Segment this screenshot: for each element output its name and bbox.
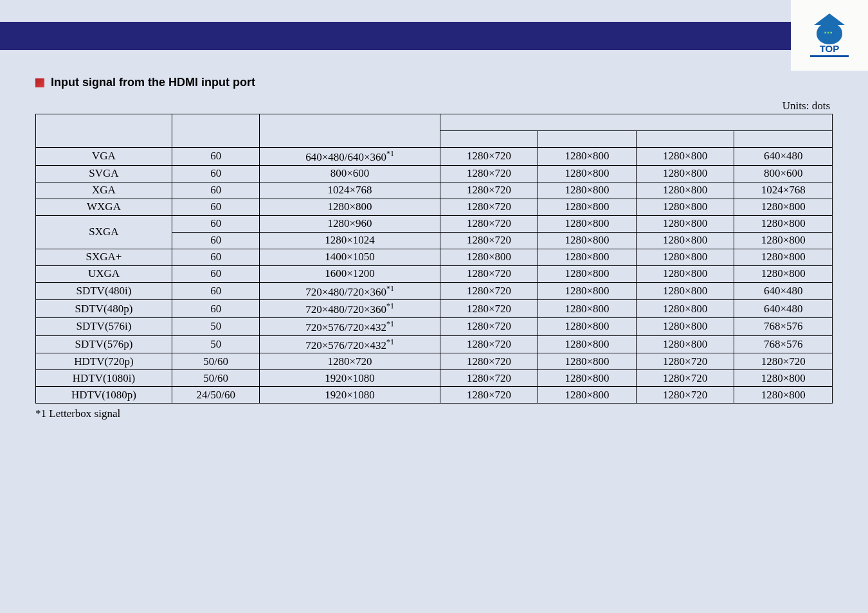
cell-resolution: 1600×1200 — [260, 265, 440, 282]
cell-signal: SXGA+ — [36, 249, 172, 265]
cell-resolution: 720×480/720×360*1 — [260, 300, 440, 318]
cell-resolution: 1280×960 — [260, 215, 440, 232]
cell-d2: 1280×800 — [538, 387, 637, 404]
cell-refresh: 60 — [172, 282, 260, 300]
table-row: SDTV(576i)50720×576/720×432*11280×720128… — [36, 317, 833, 335]
cell-d4: 1280×800 — [734, 370, 833, 387]
cell-d1: 1280×720 — [440, 335, 538, 353]
cell-refresh: 60 — [172, 199, 260, 215]
cell-d2: 1280×800 — [538, 165, 637, 182]
top-home-badge[interactable]: ▪▪▪ TOP — [791, 0, 868, 71]
cell-resolution: 720×576/720×432*1 — [260, 335, 440, 353]
cell-d1: 1280×720 — [440, 282, 538, 300]
cell-d2: 1280×800 — [538, 335, 637, 353]
col-refresh — [172, 114, 260, 148]
cell-d3: 1280×800 — [636, 335, 734, 353]
cell-refresh: 50/60 — [172, 353, 260, 370]
table-row: SVGA60800×6001280×7201280×8001280×800800… — [36, 165, 833, 182]
cell-refresh: 60 — [172, 300, 260, 318]
cell-refresh: 50 — [172, 335, 260, 353]
top-icon-label: TOP — [810, 43, 849, 57]
table-row: UXGA601600×12001280×7201280×8001280×8001… — [36, 265, 833, 282]
table-header-row-1 — [36, 114, 833, 131]
section-bullet-icon — [35, 78, 44, 87]
cell-signal: VGA — [36, 148, 172, 166]
cell-d2: 1280×800 — [538, 249, 637, 265]
cell-refresh: 60 — [172, 232, 260, 249]
units-label: Units: dots — [35, 100, 833, 112]
cell-d4: 1280×800 — [734, 249, 833, 265]
cell-signal: SVGA — [36, 165, 172, 182]
cell-d1: 1280×720 — [440, 387, 538, 404]
section-title-row: Input signal from the HDMI input port — [35, 76, 833, 89]
cell-d2: 1280×800 — [538, 370, 637, 387]
col-d4 — [734, 131, 833, 148]
table-row: SXGA601280×9601280×7201280×8001280×80012… — [36, 215, 833, 232]
col-signal — [36, 114, 172, 148]
footnote: *1 Letterbox signal — [35, 407, 833, 420]
page-content: Input signal from the HDMI input port Un… — [0, 50, 868, 420]
cell-d2: 1280×800 — [538, 232, 637, 249]
cell-signal: SDTV(576p) — [36, 335, 172, 353]
cell-d3: 1280×800 — [636, 215, 734, 232]
cell-signal: HDTV(1080i) — [36, 370, 172, 387]
cell-d4: 1280×720 — [734, 353, 833, 370]
cell-d4: 1280×800 — [734, 232, 833, 249]
cell-refresh: 50 — [172, 317, 260, 335]
cell-signal: SDTV(480p) — [36, 300, 172, 318]
cell-d2: 1280×800 — [538, 199, 637, 215]
cell-d3: 1280×800 — [636, 282, 734, 300]
cell-d1: 1280×720 — [440, 199, 538, 215]
cell-refresh: 60 — [172, 182, 260, 199]
cell-signal: UXGA — [36, 265, 172, 282]
table-row: HDTV(1080p)24/50/601920×10801280×7201280… — [36, 387, 833, 404]
cell-d2: 1280×800 — [538, 265, 637, 282]
cell-d1: 1280×720 — [440, 353, 538, 370]
cell-d1: 1280×720 — [440, 265, 538, 282]
col-d3 — [636, 131, 734, 148]
cell-d3: 1280×720 — [636, 370, 734, 387]
cell-d4: 1280×800 — [734, 215, 833, 232]
cell-signal: SXGA — [36, 215, 172, 249]
col-d1 — [440, 131, 538, 148]
cell-d3: 1280×720 — [636, 387, 734, 404]
cell-d3: 1280×720 — [636, 353, 734, 370]
cell-d1: 1280×720 — [440, 148, 538, 166]
cell-d3: 1280×800 — [636, 148, 734, 166]
cell-d4: 800×600 — [734, 165, 833, 182]
cell-signal: SDTV(576i) — [36, 317, 172, 335]
cell-d4: 768×576 — [734, 335, 833, 353]
cell-d1: 1280×720 — [440, 165, 538, 182]
col-d2 — [538, 131, 637, 148]
cell-signal: XGA — [36, 182, 172, 199]
cell-d2: 1280×800 — [538, 353, 637, 370]
col-resolution — [260, 114, 440, 148]
cell-signal: WXGA — [36, 199, 172, 215]
cell-d2: 1280×800 — [538, 300, 637, 318]
table-row: XGA601024×7681280×7201280×8001280×800102… — [36, 182, 833, 199]
cell-d2: 1280×800 — [538, 282, 637, 300]
cell-d1: 1280×720 — [440, 317, 538, 335]
cell-resolution: 1920×1080 — [260, 387, 440, 404]
cell-d3: 1280×800 — [636, 249, 734, 265]
cell-d3: 1280×800 — [636, 182, 734, 199]
header-bar — [0, 22, 868, 50]
cell-d3: 1280×800 — [636, 232, 734, 249]
cell-resolution: 720×480/720×360*1 — [260, 282, 440, 300]
cell-d3: 1280×800 — [636, 317, 734, 335]
cell-d4: 1280×800 — [734, 265, 833, 282]
table-row: VGA60640×480/640×360*11280×7201280×80012… — [36, 148, 833, 166]
cell-d2: 1280×800 — [538, 317, 637, 335]
signal-table: VGA60640×480/640×360*11280×7201280×80012… — [35, 114, 833, 404]
cell-resolution: 1280×720 — [260, 353, 440, 370]
cell-d2: 1280×800 — [538, 182, 637, 199]
table-row: HDTV(1080i)50/601920×10801280×7201280×80… — [36, 370, 833, 387]
cell-refresh: 60 — [172, 265, 260, 282]
cell-refresh: 24/50/60 — [172, 387, 260, 404]
table-row: SDTV(576p)50720×576/720×432*11280×720128… — [36, 335, 833, 353]
home-icon: ▪▪▪ TOP — [810, 15, 849, 56]
cell-refresh: 60 — [172, 148, 260, 166]
cell-d1: 1280×720 — [440, 182, 538, 199]
cell-d3: 1280×800 — [636, 265, 734, 282]
cell-d4: 768×576 — [734, 317, 833, 335]
